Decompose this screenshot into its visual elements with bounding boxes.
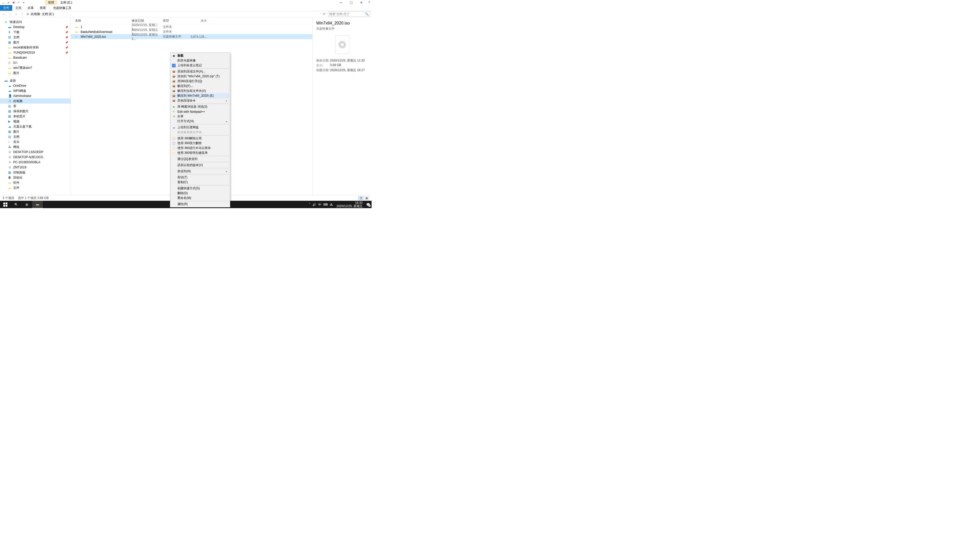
ctx-properties[interactable]: 属性(R) [171, 202, 229, 206]
ctx-burn[interactable]: 刻录光盘映像 [171, 58, 229, 63]
tab-view[interactable]: 查看 [37, 5, 49, 11]
col-type[interactable]: 类型 [163, 19, 189, 23]
ctx-360-delete[interactable]: ◯使用 360强力删除 [171, 141, 229, 146]
col-date[interactable]: 修改日期 [132, 19, 163, 23]
ctx-shortcut[interactable]: 创建快捷方式(S) [171, 186, 229, 191]
nav-pc-2[interactable]: 🖥DESKTOP-NJEU3CG [0, 155, 71, 160]
col-size[interactable]: 大小 [189, 19, 207, 23]
ctx-baidu[interactable]: ☁上传到百度网盘 [171, 125, 229, 130]
nav-tianyi[interactable]: ☁天翼云盘下载 [0, 124, 71, 129]
file-row[interactable]: ▬ BaiduNetdiskDownload 2020/12/25, 星期五 1… [71, 29, 312, 34]
nav-onedrive[interactable]: ☁OneDrive [0, 83, 71, 88]
ctx-cut[interactable]: 剪切(T) [171, 175, 229, 180]
ctx-qq-send[interactable]: 通过QQ发送到 [171, 157, 229, 162]
ctx-copy[interactable]: 复制(C) [171, 180, 229, 185]
file-row[interactable]: ◉ Win7x64_2020.iso 2020/12/25, 星期五 1... … [71, 34, 312, 39]
nav-pc-3[interactable]: 🖥PC-20190530OBLA [0, 160, 71, 165]
tray-chevron-up-icon[interactable]: ˄ [309, 203, 310, 206]
nav-downloads[interactable]: ⬇下载📌 [0, 30, 71, 35]
nav-this-pc[interactable]: 🖥此电脑 [0, 98, 71, 103]
ctx-add-zip[interactable]: 📦添加到 "Win7x64_2020.zip" (T) [171, 74, 229, 79]
qat-delete-icon[interactable]: ✖ [12, 1, 15, 4]
ctx-rename[interactable]: 重命名(M) [171, 196, 229, 200]
crumb-drive[interactable]: 文档 (E:) [42, 12, 54, 16]
col-name[interactable]: 名称 [75, 19, 132, 23]
qat-dropdown-icon[interactable]: ▾ [22, 1, 25, 4]
nav-music[interactable]: ♪音乐 [0, 139, 71, 144]
ctx-restore[interactable]: 还原以前的版本(V) [171, 163, 229, 168]
tray-ime[interactable]: 中 [318, 203, 321, 207]
nav-saved-pictures[interactable]: ▦保存的图片 [0, 109, 71, 114]
nav-folder-yunqishi[interactable]: ▬YUNQISHI2019📌 [0, 50, 71, 55]
nav-libraries[interactable]: ▥库 [0, 103, 71, 109]
view-details-button[interactable]: ☰ [358, 196, 363, 200]
nav-recycle-bin[interactable]: 🗑回收站 [0, 175, 71, 180]
ctx-open-with[interactable]: 打开方式(H)▸ [171, 119, 229, 124]
tab-home[interactable]: 主页 [12, 5, 24, 11]
ctx-mount[interactable]: ◉装载 [171, 53, 229, 58]
ctx-extract-named[interactable]: 📦解压到 Win7x64_2020\ (E) [171, 94, 229, 98]
nav-drive-g[interactable]: ⊟G:\ [0, 60, 71, 65]
nav-folder-excel[interactable]: ▬excel表格制作求和📌 [0, 45, 71, 50]
nav-pictures3[interactable]: ▦图片 [0, 129, 71, 134]
ctx-notepad[interactable]: ✎Edit with Notepad++ [171, 109, 229, 114]
ctx-360-unlock[interactable]: ◯使用 360解除占用 [171, 136, 229, 141]
nav-desktop-root[interactable]: ▬桌面 [0, 78, 71, 83]
nav-pc-4[interactable]: 🖥ZMT2019 [0, 165, 71, 170]
tray-keyboard-icon[interactable]: ⌨ [323, 203, 328, 206]
chevron-right-icon[interactable]: › [54, 13, 55, 15]
close-button[interactable]: ✕ [356, 0, 366, 5]
tab-disc-tools[interactable]: 光盘映像工具 [50, 5, 75, 11]
nav-back-button[interactable]: ← [2, 12, 6, 16]
refresh-icon[interactable]: ⟳ [323, 12, 325, 16]
task-view-button[interactable]: ⊞ [21, 201, 32, 208]
ctx-send-to[interactable]: 发送到(N)▸ [171, 169, 229, 174]
nav-recent-dropdown[interactable]: ▾ [14, 12, 18, 16]
ctx-browser[interactable]: ◆用 蜂蜜浏览器 浏览(3) [171, 104, 229, 109]
crumb-dropdown-icon[interactable]: ˅ [320, 13, 321, 15]
nav-local-pictures[interactable]: ▦本机照片 [0, 114, 71, 119]
explorer-taskbar-button[interactable]: ▬ [32, 201, 43, 208]
chevron-right-icon[interactable]: › [41, 13, 41, 15]
tray-network-icon[interactable]: 🖧 [330, 203, 333, 206]
tab-file[interactable]: 文件 [0, 5, 12, 11]
nav-folder-files[interactable]: ▬文件 [0, 185, 71, 190]
nav-control-panel[interactable]: ▦控制面板 [0, 170, 71, 175]
nav-wps[interactable]: ☁WPS网盘 [0, 88, 71, 94]
search-icon[interactable]: 🔍 [365, 12, 369, 16]
nav-admin[interactable]: 👤Administrator [0, 94, 71, 98]
nav-folder-bandicam[interactable]: ▬Bandicam [0, 55, 71, 60]
ctx-extract-here[interactable]: 📦解压到当前文件夹(X) [171, 89, 229, 94]
nav-docs2[interactable]: ▥文档 [0, 134, 71, 139]
file-row[interactable]: ▬ 1 2020/12/15, 星期二 1... 文件夹 [71, 24, 312, 29]
nav-forward-button[interactable]: → [8, 12, 12, 16]
help-button[interactable]: ? [366, 0, 372, 5]
tray-volume-icon[interactable]: 🔊 [312, 203, 316, 206]
nav-folder-win7[interactable]: ▬win7重装win7 [0, 65, 71, 70]
search-button[interactable]: 🔍 [11, 201, 21, 208]
tab-share[interactable]: 共享 [24, 5, 37, 11]
search-input[interactable]: 搜索"文档 (E:)" 🔍 [328, 11, 370, 17]
ctx-add-archive[interactable]: 📦添加到压缩文件(A)... [171, 69, 229, 74]
tray-action-center-icon[interactable]: 💬3 [366, 203, 370, 206]
ctx-360-manage[interactable]: ◯使用 360管理右键菜单 [171, 151, 229, 156]
start-button[interactable] [0, 201, 11, 208]
ctx-other-archive[interactable]: 📦其他压缩命令▸ [171, 98, 229, 103]
chevron-right-icon[interactable]: › [30, 13, 30, 15]
ctx-share[interactable]: ↗共享 [171, 114, 229, 119]
ctx-extract-to[interactable]: 📦解压到(F)... [171, 84, 229, 89]
ctx-open-360[interactable]: 📦用360压缩打开(Q) [171, 79, 229, 84]
breadcrumb[interactable]: 🖥 › 此电脑 › 文档 (E:) › ˅ ⟳ [26, 12, 326, 16]
nav-pc-1[interactable]: 🖥DESKTOP-LSSOEDP [0, 149, 71, 155]
nav-network[interactable]: 🖧网络 [0, 144, 71, 149]
qat-check-icon[interactable]: ✔ [6, 1, 10, 4]
nav-up-button[interactable]: ↑ [20, 12, 24, 16]
ctx-youdao[interactable]: ↗上传到有道云笔记 [171, 63, 229, 68]
nav-pictures[interactable]: ▦图片📌 [0, 40, 71, 45]
nav-folder-soft[interactable]: ▬软件 [0, 180, 71, 185]
tray-clock[interactable]: 16:32 2020/12/25, 星期五 [335, 201, 364, 208]
view-icons-button[interactable]: ▦ [364, 196, 369, 200]
nav-folder-pictures2[interactable]: ▬图片 [0, 70, 71, 76]
nav-documents[interactable]: ▥文档📌 [0, 35, 71, 40]
nav-desktop[interactable]: ▬Desktop📌 [0, 24, 71, 30]
